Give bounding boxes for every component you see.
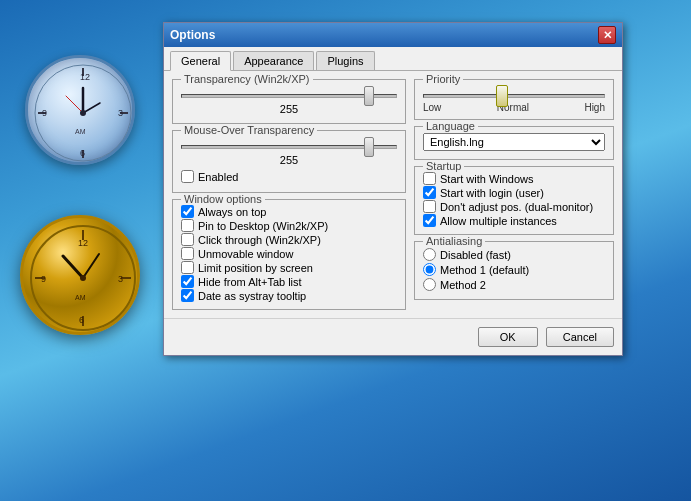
unmovable-row: Unmovable window bbox=[181, 247, 397, 260]
click-through-row: Click through (Win2k/XP) bbox=[181, 233, 397, 246]
click-through-label: Click through (Win2k/XP) bbox=[198, 234, 321, 246]
date-systray-checkbox[interactable] bbox=[181, 289, 194, 302]
svg-text:12: 12 bbox=[80, 72, 90, 82]
always-on-top-label: Always on top bbox=[198, 206, 266, 218]
always-on-top-checkbox[interactable] bbox=[181, 205, 194, 218]
start-login-label: Start with login (user) bbox=[440, 187, 544, 199]
transparency-group-label: Transparency (Win2k/XP) bbox=[181, 73, 313, 85]
start-windows-row: Start with Windows bbox=[423, 172, 605, 185]
language-group: Language English.lng German.lng French.l… bbox=[414, 126, 614, 160]
priority-group-label: Priority bbox=[423, 73, 463, 85]
svg-text:6: 6 bbox=[80, 148, 85, 158]
antialiasing-disabled-radio[interactable] bbox=[423, 248, 436, 261]
date-systray-label: Date as systray tooltip bbox=[198, 290, 306, 302]
svg-text:3: 3 bbox=[118, 274, 123, 284]
svg-point-13 bbox=[80, 110, 86, 116]
transparency-slider-thumb[interactable] bbox=[364, 86, 374, 106]
svg-text:6: 6 bbox=[79, 315, 84, 325]
cancel-button[interactable]: Cancel bbox=[546, 327, 614, 347]
limit-position-label: Limit position by screen bbox=[198, 262, 313, 274]
language-select[interactable]: English.lng German.lng French.lng bbox=[423, 133, 605, 151]
unmovable-checkbox[interactable] bbox=[181, 247, 194, 260]
allow-multiple-label: Allow multiple instances bbox=[440, 215, 557, 227]
antialiasing-disabled-label: Disabled (fast) bbox=[440, 249, 511, 261]
options-dialog: Options ✕ General Appearance Plugins Tra… bbox=[163, 22, 623, 356]
always-on-top-row: Always on top bbox=[181, 205, 397, 218]
antialiasing-method1-row: Method 1 (default) bbox=[423, 263, 605, 276]
antialiasing-group: Antialiasing Disabled (fast) Method 1 (d… bbox=[414, 241, 614, 300]
startup-group-label: Startup bbox=[423, 160, 464, 172]
language-group-label: Language bbox=[423, 120, 478, 132]
no-adjust-pos-row: Don't adjust pos. (dual-monitor) bbox=[423, 200, 605, 213]
start-windows-checkbox[interactable] bbox=[423, 172, 436, 185]
antialiasing-method2-radio[interactable] bbox=[423, 278, 436, 291]
tab-bar: General Appearance Plugins bbox=[164, 47, 622, 71]
transparency-slider-track[interactable] bbox=[181, 94, 397, 98]
enabled-checkbox-row: Enabled bbox=[181, 170, 397, 183]
limit-position-checkbox[interactable] bbox=[181, 261, 194, 274]
svg-line-25 bbox=[83, 254, 99, 278]
priority-group: Priority Low Normal High bbox=[414, 79, 614, 120]
start-login-row: Start with login (user) bbox=[423, 186, 605, 199]
startup-group: Startup Start with Windows Start with lo… bbox=[414, 166, 614, 235]
dialog-footer: OK Cancel bbox=[164, 318, 622, 355]
clock-blue-decoration: 12 3 6 9 AM bbox=[25, 55, 135, 165]
date-systray-row: Date as systray tooltip bbox=[181, 289, 397, 302]
antialiasing-disabled-row: Disabled (fast) bbox=[423, 248, 605, 261]
svg-text:AM: AM bbox=[75, 128, 86, 135]
transparency-slider-container: 255 bbox=[181, 88, 397, 115]
svg-line-24 bbox=[63, 256, 83, 278]
mouseover-slider-thumb[interactable] bbox=[364, 137, 374, 157]
svg-text:9: 9 bbox=[41, 274, 46, 284]
click-through-checkbox[interactable] bbox=[181, 233, 194, 246]
allow-multiple-checkbox[interactable] bbox=[423, 214, 436, 227]
priority-labels: Low Normal High bbox=[423, 102, 605, 113]
mouseover-slider-container: 255 bbox=[181, 139, 397, 166]
tab-general[interactable]: General bbox=[170, 51, 231, 71]
antialiasing-group-label: Antialiasing bbox=[423, 235, 485, 247]
clock-gold-decoration: 12 3 6 9 AM bbox=[20, 215, 140, 335]
pin-desktop-row: Pin to Desktop (Win2k/XP) bbox=[181, 219, 397, 232]
allow-multiple-row: Allow multiple instances bbox=[423, 214, 605, 227]
dialog-content: Transparency (Win2k/XP) 255 Mouse-Over T… bbox=[164, 71, 622, 318]
tab-appearance[interactable]: Appearance bbox=[233, 51, 314, 70]
ok-button[interactable]: OK bbox=[478, 327, 538, 347]
unmovable-label: Unmovable window bbox=[198, 248, 293, 260]
window-options-label: Window options bbox=[181, 193, 265, 205]
priority-high-label: High bbox=[584, 102, 605, 113]
left-column: Transparency (Win2k/XP) 255 Mouse-Over T… bbox=[172, 79, 406, 310]
no-adjust-pos-checkbox[interactable] bbox=[423, 200, 436, 213]
enabled-label: Enabled bbox=[198, 171, 238, 183]
tab-plugins[interactable]: Plugins bbox=[316, 51, 374, 70]
no-adjust-pos-label: Don't adjust pos. (dual-monitor) bbox=[440, 201, 593, 213]
antialiasing-method1-label: Method 1 (default) bbox=[440, 264, 529, 276]
priority-slider-thumb[interactable] bbox=[496, 85, 508, 107]
svg-point-26 bbox=[80, 275, 86, 281]
priority-low-label: Low bbox=[423, 102, 441, 113]
svg-line-12 bbox=[66, 96, 83, 113]
svg-text:12: 12 bbox=[78, 238, 88, 248]
transparency-group: Transparency (Win2k/XP) 255 bbox=[172, 79, 406, 124]
mouseover-transparency-label: Mouse-Over Transparency bbox=[181, 124, 317, 136]
svg-text:9: 9 bbox=[42, 108, 47, 118]
dialog-title: Options bbox=[170, 28, 215, 42]
pin-desktop-label: Pin to Desktop (Win2k/XP) bbox=[198, 220, 328, 232]
antialiasing-method2-label: Method 2 bbox=[440, 279, 486, 291]
hide-alttab-checkbox[interactable] bbox=[181, 275, 194, 288]
mouseover-slider-track[interactable] bbox=[181, 145, 397, 149]
close-button[interactable]: ✕ bbox=[598, 26, 616, 44]
enabled-checkbox[interactable] bbox=[181, 170, 194, 183]
right-column: Priority Low Normal High Language Englis… bbox=[414, 79, 614, 310]
start-login-checkbox[interactable] bbox=[423, 186, 436, 199]
hide-alttab-label: Hide from Alt+Tab list bbox=[198, 276, 302, 288]
mouseover-transparency-group: Mouse-Over Transparency 255 Enabled bbox=[172, 130, 406, 193]
svg-text:AM: AM bbox=[75, 294, 86, 301]
svg-text:3: 3 bbox=[118, 108, 123, 118]
pin-desktop-checkbox[interactable] bbox=[181, 219, 194, 232]
antialiasing-method2-row: Method 2 bbox=[423, 278, 605, 291]
priority-slider-track[interactable] bbox=[423, 94, 605, 98]
antialiasing-method1-radio[interactable] bbox=[423, 263, 436, 276]
limit-position-row: Limit position by screen bbox=[181, 261, 397, 274]
hide-alttab-row: Hide from Alt+Tab list bbox=[181, 275, 397, 288]
window-options-group: Window options Always on top Pin to Desk… bbox=[172, 199, 406, 310]
